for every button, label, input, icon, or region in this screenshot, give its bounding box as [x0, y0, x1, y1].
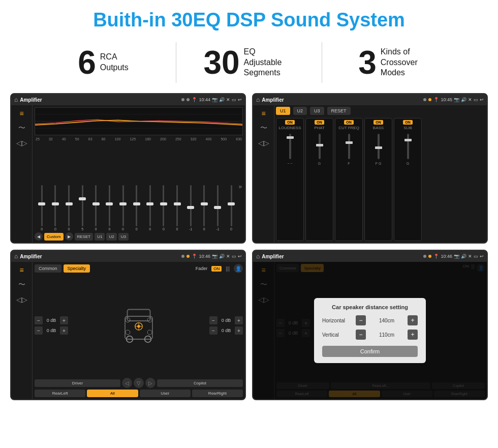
eq-slider-4[interactable]: 5 — [76, 185, 89, 231]
horizontal-minus[interactable]: − — [356, 315, 366, 325]
back-icon-1: ↩ — [238, 97, 242, 102]
eq-bottom-bar: ◀ Custom ▶ RESET U1 U2 U3 — [35, 232, 243, 241]
play-btn[interactable]: ▶ — [65, 232, 73, 241]
db-plus-3[interactable]: + — [235, 316, 243, 324]
eq-slider-10[interactable]: 0 — [158, 185, 170, 231]
right-arrow-btn[interactable]: ▷ — [145, 378, 155, 388]
eq-slider-11[interactable]: 0 — [171, 185, 183, 231]
horizontal-plus[interactable]: + — [408, 315, 418, 325]
status-dot-2 — [186, 98, 190, 101]
db-plus-4[interactable]: + — [235, 326, 243, 335]
eq-slider-6[interactable]: 0 — [103, 185, 116, 231]
db-plus-2[interactable]: + — [60, 326, 68, 335]
wave-icon-3[interactable]: 〜 — [18, 280, 25, 289]
eq-graph — [35, 107, 243, 135]
speaker-icon-2[interactable]: ◁▷ — [258, 139, 269, 147]
left-arrow-btn[interactable]: ◁ — [122, 378, 132, 388]
eq-slider-13[interactable]: 0 — [198, 185, 211, 231]
left-sidebar-2: ≡ 〜 ◁▷ — [253, 105, 274, 243]
rearleft-btn[interactable]: RearLeft — [35, 390, 85, 397]
down-arrow-btn[interactable]: ▽ — [134, 378, 144, 388]
screen-amp2: ⌂ Amplifier 📍 10:45 📷 🔊 ✕ ▭ ↩ ≡ 〜 ◁▷ — [252, 93, 488, 244]
speaker-icon-3[interactable]: ◁▷ — [16, 295, 27, 304]
wave-icon-2[interactable]: 〜 — [260, 124, 267, 133]
preset-u2[interactable]: U2 — [293, 107, 307, 115]
bass-val: F G — [376, 162, 382, 165]
home-icon-3[interactable]: ⌂ — [14, 253, 18, 260]
speaker-icon-1[interactable]: ◁▷ — [16, 139, 27, 147]
channel-loudness: ON LOUDNESS ~~ — [276, 118, 304, 241]
vertical-label: Vertical — [322, 332, 353, 338]
volume-icon-3: 🔊 — [219, 254, 225, 259]
eq-slider-3[interactable]: 0 — [63, 185, 75, 231]
stat-rca-text: RCAOutputs — [100, 52, 129, 73]
copilot-btn[interactable]: Copilot — [157, 379, 243, 387]
eq-slider-2[interactable]: 0 — [49, 185, 62, 231]
app-title-2: Amplifier — [262, 97, 421, 103]
back-icon-4: ↩ — [480, 254, 484, 259]
sub-slider[interactable] — [395, 131, 420, 162]
rearright-btn[interactable]: RearRight — [192, 390, 243, 397]
status-dot-8 — [428, 255, 431, 258]
back-icon-3: ↩ — [238, 254, 242, 259]
eq-slider-7[interactable]: 0 — [117, 185, 130, 231]
phat-slider[interactable] — [307, 131, 332, 162]
eq-sliders-row: 0 0 0 5 0 0 0 0 0 0 0 -1 0 -1 0 » — [35, 142, 243, 231]
loudness-slider[interactable] — [277, 131, 302, 162]
person-icon[interactable]: 👤 — [234, 264, 243, 273]
eq-icon-2[interactable]: ≡ — [261, 109, 265, 117]
db-minus-4[interactable]: − — [209, 326, 217, 335]
u3-btn[interactable]: U3 — [118, 233, 129, 241]
pin-icon-3: 📍 — [192, 254, 197, 259]
eq-icon-3[interactable]: ≡ — [19, 266, 23, 274]
preset-u3[interactable]: U3 — [310, 107, 324, 115]
specialty-tab[interactable]: Specialty — [64, 264, 90, 273]
eq-slider-1[interactable]: 0 — [36, 185, 48, 231]
status-bar-2: ⌂ Amplifier 📍 10:45 📷 🔊 ✕ ▭ ↩ — [253, 94, 487, 105]
eq-slider-12[interactable]: -1 — [184, 185, 197, 231]
vertical-plus[interactable]: + — [408, 330, 418, 340]
custom-btn[interactable]: Custom — [44, 233, 64, 241]
more-icon[interactable]: » — [238, 183, 242, 190]
sub-label: SUB — [403, 126, 412, 130]
u2-btn[interactable]: U2 — [106, 233, 116, 241]
prev-btn[interactable]: ◀ — [35, 232, 43, 241]
pin-icon-1: 📍 — [192, 97, 197, 102]
confirm-button[interactable]: Confirm — [322, 346, 418, 357]
sub-val: G — [407, 162, 409, 165]
bass-slider[interactable] — [366, 131, 391, 162]
bass-on: ON — [374, 120, 383, 125]
left-sidebar-3: ≡ 〜 ◁▷ — [11, 262, 33, 399]
cutfreq-val: F — [348, 162, 350, 165]
u1-btn[interactable]: U1 — [95, 233, 105, 241]
db-minus-3[interactable]: − — [209, 316, 217, 324]
stat-crossover-text: Kinds ofCrossover Modes — [381, 47, 431, 78]
all-btn[interactable]: All — [87, 390, 138, 397]
volume-icon-2: 🔊 — [461, 97, 466, 102]
stat-rca: 6 RCAOutputs — [30, 46, 176, 79]
cutfreq-slider[interactable] — [336, 131, 361, 162]
reset-btn[interactable]: RESET — [75, 233, 94, 241]
eq-slider-8[interactable]: 0 — [130, 185, 143, 231]
driver-btn[interactable]: Driver — [35, 379, 120, 387]
common-tab[interactable]: Common — [35, 264, 61, 273]
wave-icon-1[interactable]: 〜 — [18, 124, 25, 133]
db-plus-1[interactable]: + — [60, 316, 68, 324]
preset-u1[interactable]: U1 — [276, 107, 290, 115]
eq-slider-14[interactable]: -1 — [211, 185, 224, 231]
vertical-minus[interactable]: − — [356, 330, 366, 340]
home-icon-1[interactable]: ⌂ — [14, 96, 18, 103]
stat-crossover-number: 3 — [358, 46, 377, 79]
db-minus-2[interactable]: − — [35, 326, 43, 335]
home-icon-4[interactable]: ⌂ — [256, 253, 260, 260]
eq-slider-5[interactable]: 0 — [90, 185, 103, 231]
db-minus-1[interactable]: − — [35, 316, 43, 324]
user-btn[interactable]: User — [140, 390, 191, 397]
eq-slider-9[interactable]: 0 — [144, 185, 157, 231]
eq-slider-15[interactable]: 0 — [225, 185, 238, 231]
reset-btn-2[interactable]: RESET — [327, 107, 351, 115]
camera-icon-2: 📷 — [454, 97, 459, 102]
eq-icon-1[interactable]: ≡ — [19, 109, 23, 117]
home-icon-2[interactable]: ⌂ — [256, 96, 260, 103]
svg-point-14 — [126, 330, 130, 335]
